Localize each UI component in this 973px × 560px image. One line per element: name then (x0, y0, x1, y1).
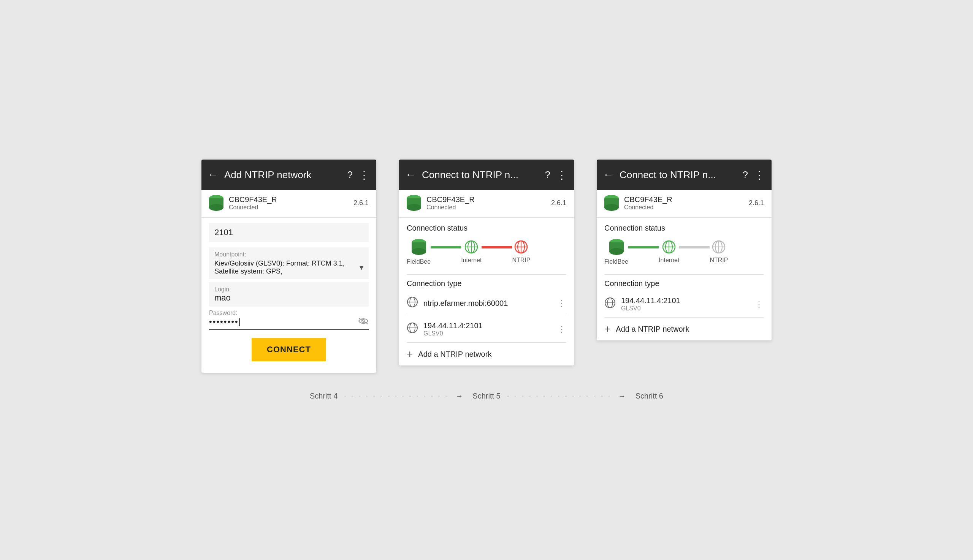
receiver-info-1: CBC9F43E_R Connected (229, 195, 348, 211)
mountpoint-wrapper: Mountpoint: Kiev/Golosiiv (GLSV0): Forma… (209, 247, 369, 279)
screen-connect-ntrip-2: ← Connect to NTRIP n... ? ⋮ CBC9F43E_R C… (597, 160, 771, 340)
login-label: Login: (214, 286, 363, 293)
receiver-icon-2 (407, 195, 421, 211)
receiver-status-3: Connected (624, 204, 743, 211)
receiver-version-1: 2.6.1 (354, 199, 369, 207)
help-button-3[interactable]: ? (743, 169, 748, 181)
password-wrapper: Password: ••••••••| (209, 310, 369, 330)
conn-item-more-2-2[interactable]: ⋮ (557, 325, 566, 334)
conn-item-sub-1-3: GLSV0 (621, 305, 749, 312)
toolbar-title-3: Connect to NTRIP n... (619, 169, 737, 181)
conn-item-globe-1-3 (604, 297, 616, 311)
conn-item-globe-2-2 (407, 322, 418, 336)
receiver-name-2: CBC9F43E_R (426, 195, 546, 204)
fieldbee-label-2: FieldBee (407, 258, 431, 265)
more-button-2[interactable]: ⋮ (556, 169, 568, 181)
receiver-section-2: CBC9F43E_R Connected 2.6.1 (399, 190, 574, 218)
connection-status-2: Connection status FieldBee (399, 218, 574, 274)
receiver-name-1: CBC9F43E_R (229, 195, 348, 204)
connect-button[interactable]: CONNECT (252, 338, 326, 361)
back-button-2[interactable]: ← (405, 169, 416, 181)
mountpoint-label: Mountpoint: (214, 251, 363, 258)
conn-item-name-1-3: 194.44.11.4:2101 (621, 296, 749, 305)
receiver-section-3: CBC9F43E_R Connected 2.6.1 (597, 190, 771, 218)
mountpoint-row[interactable]: Kiev/Golosiiv (GLSV0): Format: RTCM 3.1,… (214, 260, 363, 275)
receiver-version-2: 2.6.1 (551, 199, 566, 207)
conn-status-label-2: Connection status (407, 224, 566, 233)
more-button-3[interactable]: ⋮ (754, 169, 766, 181)
add-label-3: Add a NTRIP network (616, 325, 689, 333)
internet-label-2: Internet (461, 257, 482, 264)
port-input[interactable] (214, 228, 363, 237)
receiver-icon-3 (604, 195, 619, 211)
conn-item-more-1-3[interactable]: ⋮ (755, 299, 764, 309)
receiver-status-1: Connected (229, 204, 348, 211)
more-button-1[interactable]: ⋮ (359, 169, 370, 181)
receiver-version-3: 2.6.1 (749, 199, 764, 207)
receiver-name-3: CBC9F43E_R (624, 195, 743, 204)
step-6-label: Schritt 6 (636, 392, 663, 400)
status-line-red-2 (482, 246, 512, 248)
add-network-2[interactable]: + Add a NTRIP network (407, 343, 566, 365)
conn-item-globe-1-2 (407, 296, 418, 310)
mountpoint-value: Kiev/Golosiiv (GLSV0): Format: RTCM 3.1,… (214, 260, 360, 275)
conn-item-1-2[interactable]: ntrip.efarmer.mobi:60001 ⋮ (407, 291, 566, 316)
connection-status-3: Connection status FieldBee (597, 218, 771, 274)
svg-point-2 (209, 204, 224, 211)
ntrip-label-3: NTRIP (709, 257, 728, 264)
help-button-2[interactable]: ? (545, 169, 550, 181)
conn-status-label-3: Connection status (604, 224, 764, 233)
step-4-label: Schritt 4 (310, 392, 337, 400)
step-dashes-1: - - - - - - - - - - - - - - - (340, 392, 452, 400)
svg-point-30 (609, 248, 624, 255)
add-network-3[interactable]: + Add a NTRIP network (604, 318, 764, 340)
fieldbee-label-3: FieldBee (604, 258, 628, 265)
receiver-info-2: CBC9F43E_R Connected (426, 195, 546, 211)
status-line-green-3 (628, 246, 659, 248)
conn-item-1-3[interactable]: 194.44.11.4:2101 GLSV0 ⋮ (604, 291, 764, 318)
back-button-3[interactable]: ← (603, 169, 613, 181)
svg-point-27 (604, 204, 619, 211)
internet-node-2: Internet (461, 240, 482, 264)
connection-type-2: Connection type ntrip.efarmer.mobi:60001… (399, 275, 574, 365)
conn-type-label-2: Connection type (407, 279, 566, 288)
step-dashes-2 (466, 392, 469, 400)
conn-item-more-1-2[interactable]: ⋮ (557, 298, 566, 308)
ntrip-label-2: NTRIP (512, 257, 530, 264)
svg-point-7 (407, 204, 421, 211)
password-row: ••••••••| (209, 317, 369, 330)
conn-item-name-1-2: ntrip.efarmer.mobi:60001 (424, 299, 552, 308)
svg-point-10 (412, 248, 426, 255)
screen-connect-ntrip-1: ← Connect to NTRIP n... ? ⋮ CBC9F43E_R C… (399, 160, 574, 365)
password-label: Password: (209, 310, 369, 317)
toolbar-3: ← Connect to NTRIP n... ? ⋮ (597, 160, 771, 190)
step-dashes-4 (629, 392, 633, 400)
conn-item-2-2[interactable]: 194.44.11.4:2101 GLSV0 ⋮ (407, 316, 566, 343)
conn-item-info-1-3: 194.44.11.4:2101 GLSV0 (621, 296, 749, 312)
conn-item-info-1-2: ntrip.efarmer.mobi:60001 (424, 299, 552, 308)
toolbar-1: ← Add NTRIP network ? ⋮ (202, 160, 376, 190)
ntrip-node-2: NTRIP (512, 240, 530, 264)
connection-type-3: Connection type 194.44.11.4:2101 GLSV0 ⋮ (597, 275, 771, 340)
back-button-1[interactable]: ← (207, 169, 218, 181)
step-5-label: Schritt 5 (472, 392, 500, 400)
add-label-2: Add a NTRIP network (418, 350, 491, 358)
status-diagram-2: FieldBee Internet (407, 238, 566, 265)
conn-item-sub-2-2: GLSV0 (424, 330, 552, 337)
step-arrow-2: → (618, 392, 626, 400)
step-dashes-3: - - - - - - - - - - - - - - - (504, 392, 615, 400)
receiver-section-1: CBC9F43E_R Connected 2.6.1 (202, 190, 376, 218)
login-value: mao (214, 293, 363, 303)
fieldbee-node-3: FieldBee (604, 238, 628, 265)
toolbar-title-1: Add NTRIP network (224, 169, 341, 181)
dropdown-icon[interactable]: ▾ (360, 263, 363, 272)
login-wrapper: Login: mao (209, 282, 369, 307)
internet-label-3: Internet (659, 257, 679, 264)
add-icon-3: + (604, 323, 611, 335)
screen-add-ntrip: ← Add NTRIP network ? ⋮ CBC9F43E_R Conne… (202, 160, 376, 373)
conn-item-name-2-2: 194.44.11.4:2101 (424, 322, 552, 330)
status-line-green-2 (431, 246, 461, 248)
password-visibility-toggle[interactable] (358, 317, 369, 327)
step-arrow-1: → (455, 392, 463, 400)
help-button-1[interactable]: ? (347, 169, 353, 181)
